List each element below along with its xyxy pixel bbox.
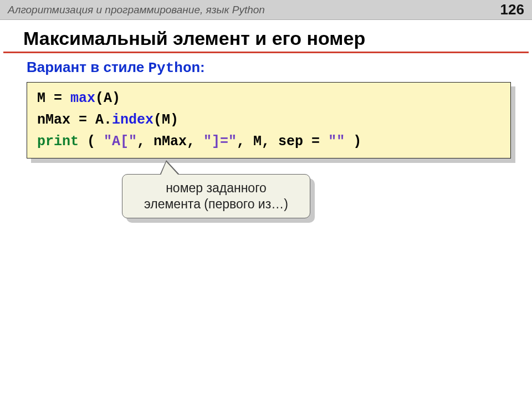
- fn-max: max: [70, 90, 95, 106]
- string-literal: "": [328, 134, 345, 150]
- callout: номер заданного элемента (первого из…): [122, 174, 310, 218]
- code-text: nMax = A.: [37, 112, 112, 128]
- code-line-3: print ( "A[", nMax, "]=", M, sep = "" ): [37, 131, 500, 153]
- fn-index: index: [112, 112, 154, 128]
- slide-title: Максимальный элемент и его номер: [3, 20, 529, 53]
- code-line-1: M = max(A): [37, 88, 500, 110]
- code-text: (M): [154, 112, 178, 128]
- callout-line2: элемента (первого из…): [131, 196, 301, 212]
- breadcrumb: Алгоритмизация и программирование, язык …: [8, 4, 265, 16]
- page-number: 126: [500, 1, 524, 18]
- subtitle-suffix: :: [200, 59, 205, 75]
- code-text: , nMax,: [137, 134, 203, 150]
- code-text: ): [345, 134, 361, 150]
- header-bar: Алгоритмизация и программирование, язык …: [0, 0, 532, 20]
- code-line-2: nMax = A.index(M): [37, 110, 500, 131]
- code-block: M = max(A) nMax = A.index(M) print ( "A[…: [27, 82, 511, 158]
- code-text: (: [79, 134, 104, 150]
- fn-print: print: [37, 134, 79, 150]
- callout-line1: номер заданного: [131, 180, 301, 196]
- string-literal: "]=": [203, 134, 237, 150]
- subtitle-lang: Python: [148, 60, 200, 76]
- code-text: M =: [37, 90, 70, 106]
- subtitle-prefix: Вариант в стиле: [27, 59, 148, 75]
- callout-tail: [161, 162, 178, 175]
- string-literal: "A[": [104, 134, 137, 150]
- subtitle: Вариант в стиле Python:: [0, 53, 532, 80]
- code-box: M = max(A) nMax = A.index(M) print ( "A[…: [27, 82, 511, 158]
- code-text: , M, sep =: [237, 134, 328, 150]
- code-text: (A): [95, 90, 120, 106]
- callout-bubble: номер заданного элемента (первого из…): [122, 174, 310, 218]
